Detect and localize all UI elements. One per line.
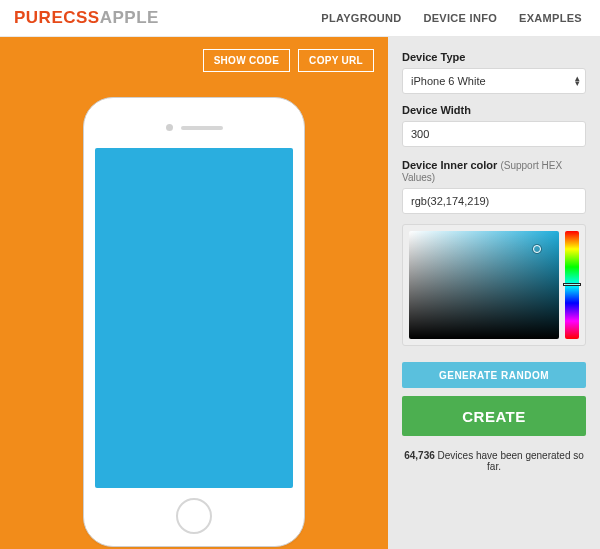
stats-text: 64,736 Devices have been generated so fa… [402, 450, 586, 472]
hue-slider[interactable] [565, 231, 579, 339]
nav-device-info[interactable]: DEVICE INFO [423, 12, 497, 24]
device-type-select-wrap: iPhone 6 White ▴▾ [402, 68, 586, 94]
inner-color-label: Device Inner color (Support HEX Values) [402, 159, 586, 183]
create-button[interactable]: CREATE [402, 396, 586, 436]
phone-screen [95, 148, 293, 488]
logo: PURECSSAPPLE [14, 8, 159, 28]
stats-suffix: Devices have been generated so far. [435, 450, 584, 472]
phone-top-elements [84, 124, 304, 131]
copy-url-button[interactable]: COPY URL [298, 49, 374, 72]
device-width-input[interactable] [402, 121, 586, 147]
generate-random-button[interactable]: GENERATE RANDOM [402, 362, 586, 388]
home-button-icon [176, 498, 212, 534]
device-type-label: Device Type [402, 51, 586, 63]
device-preview [83, 97, 305, 547]
hue-cursor-icon [563, 283, 581, 286]
inner-color-label-text: Device Inner color [402, 159, 497, 171]
logo-part2: APPLE [100, 8, 159, 27]
device-type-select[interactable]: iPhone 6 White [402, 68, 586, 94]
inner-color-input[interactable] [402, 188, 586, 214]
main: SHOW CODE COPY URL Device Type iPhone 6 … [0, 37, 600, 549]
camera-icon [166, 124, 173, 131]
header: PURECSSAPPLE PLAYGROUND DEVICE INFO EXAM… [0, 0, 600, 37]
sidebar-panel: Device Type iPhone 6 White ▴▾ Device Wid… [388, 37, 600, 549]
color-picker [402, 224, 586, 346]
logo-part1: PURECSS [14, 8, 100, 27]
speaker-icon [181, 126, 223, 130]
device-width-label: Device Width [402, 104, 586, 116]
sv-cursor-icon [533, 245, 541, 253]
nav-playground[interactable]: PLAYGROUND [321, 12, 401, 24]
show-code-button[interactable]: SHOW CODE [203, 49, 290, 72]
stage-buttons: SHOW CODE COPY URL [203, 49, 374, 72]
nav-examples[interactable]: EXAMPLES [519, 12, 582, 24]
stage: SHOW CODE COPY URL [0, 37, 388, 549]
nav: PLAYGROUND DEVICE INFO EXAMPLES [321, 12, 582, 24]
stats-count: 64,736 [404, 450, 435, 461]
saturation-value-area[interactable] [409, 231, 559, 339]
